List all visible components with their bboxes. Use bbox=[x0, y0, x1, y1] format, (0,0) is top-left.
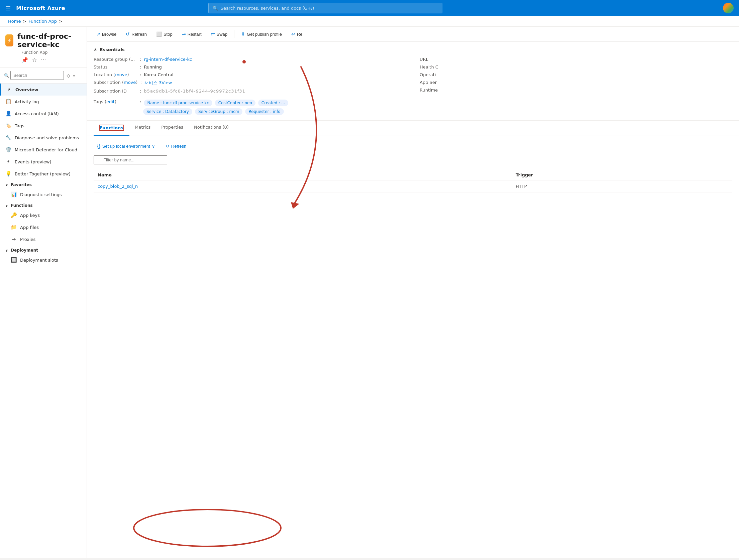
essentials-chevron-up: ∧ bbox=[94, 47, 97, 52]
status-value: Running bbox=[144, 64, 162, 69]
sidebar-item-app-keys[interactable]: 🔑 App keys bbox=[0, 209, 87, 221]
resource-group-label: Resource group (... bbox=[94, 57, 137, 62]
sidebar-item-defender[interactable]: 🛡️ Microsoft Defender for Cloud bbox=[0, 144, 87, 156]
pin-icon[interactable]: 📌 bbox=[21, 57, 28, 63]
sidebar-item-deployment-slots[interactable]: 🔲 Deployment slots bbox=[0, 254, 87, 266]
tag-cost-center: CostCenter : neo bbox=[215, 100, 255, 106]
sidebar-collapse-icon[interactable]: « bbox=[73, 73, 76, 78]
function-trigger-cell: HTTP bbox=[512, 180, 732, 192]
top-nav: ☰ Microsoft Azure 🔍 Search resources, se… bbox=[0, 0, 739, 16]
sidebar-item-app-files[interactable]: 📁 App files bbox=[0, 221, 87, 233]
table-header-row: Name Trigger bbox=[94, 170, 732, 180]
sidebar-item-tags[interactable]: 🏷️ Tags bbox=[0, 120, 87, 132]
sidebar-item-activity-log[interactable]: 📋 Activity log bbox=[0, 96, 87, 108]
stop-icon: ⬜ bbox=[156, 31, 162, 37]
global-search[interactable]: 🔍 Search resources, services, and docs (… bbox=[208, 3, 442, 13]
re-label: Re bbox=[297, 32, 303, 37]
overview-icon: ⚡ bbox=[6, 87, 12, 93]
tab-metrics[interactable]: Metrics bbox=[129, 121, 156, 136]
status-row: Status : Running bbox=[94, 64, 406, 69]
sidebar-filter-icon[interactable]: ◇ bbox=[67, 73, 70, 78]
subscription-id-value: b5ac9db1-5fc8-1bf4-9244-9c9972c31f31 bbox=[144, 89, 245, 94]
functions-toolbar: {} Set up local environment ∨ ↺ Refresh bbox=[94, 141, 732, 151]
sidebar-search-icon: 🔍 bbox=[4, 73, 9, 78]
refresh-button[interactable]: ↺ Refresh bbox=[122, 29, 151, 39]
location-value: Korea Central bbox=[144, 72, 173, 77]
more-icon[interactable]: ··· bbox=[41, 57, 46, 63]
functions-table: Name Trigger copy_blob_2_sql_n HTTP bbox=[94, 170, 732, 192]
runtime-label: Runtime bbox=[420, 88, 463, 93]
functions-chevron: ∨ bbox=[5, 204, 8, 207]
location-move-link[interactable]: move bbox=[115, 72, 127, 77]
restart-button[interactable]: ⇌ Restart bbox=[178, 29, 206, 39]
swap-button[interactable]: ⇄ Swap bbox=[207, 29, 232, 39]
favorites-section-header[interactable]: ∨ Favorites bbox=[0, 180, 87, 188]
deployment-section-label: Deployment bbox=[11, 248, 38, 253]
get-publish-profile-button[interactable]: ⬇ Get publish profile bbox=[237, 29, 286, 39]
tab-functions[interactable]: Functions bbox=[94, 121, 129, 136]
diagnostic-settings-icon: 📊 bbox=[11, 191, 17, 197]
breadcrumb-function-app[interactable]: Function App bbox=[28, 19, 57, 24]
sidebar-item-events[interactable]: ⚡ Events (preview) bbox=[0, 156, 87, 168]
sidebar-item-proxies[interactable]: → Proxies bbox=[0, 233, 87, 245]
app-service-row: App Ser bbox=[420, 80, 732, 85]
favorites-chevron: ∨ bbox=[5, 183, 8, 187]
sidebar-search-input[interactable] bbox=[10, 71, 64, 80]
swap-icon: ⇄ bbox=[211, 31, 215, 37]
sidebar-item-diagnose[interactable]: 🔧 Diagnose and solve problems bbox=[0, 132, 87, 144]
filter-by-name-input[interactable] bbox=[94, 155, 167, 164]
name-column-header: Name bbox=[94, 170, 512, 180]
sidebar-item-diagnostic-settings[interactable]: 📊 Diagnostic settings bbox=[0, 188, 87, 200]
sidebar-item-label: Diagnostic settings bbox=[20, 192, 62, 197]
setup-local-env-button[interactable]: {} Set up local environment ∨ bbox=[94, 141, 159, 151]
deployment-section-header[interactable]: ∨ Deployment bbox=[0, 245, 87, 254]
sidebar-item-access-control[interactable]: 👤 Access control (IAM) bbox=[0, 108, 87, 120]
sidebar-item-label: Proxies bbox=[20, 237, 35, 242]
essentials-section: ∧ Essentials Resource group (... : rg-in… bbox=[87, 42, 739, 121]
metrics-tab-label: Metrics bbox=[135, 125, 150, 130]
functions-refresh-icon: ↺ bbox=[166, 144, 170, 149]
function-name-cell: copy_blob_2_sql_n bbox=[94, 180, 512, 192]
breadcrumb-home[interactable]: Home bbox=[8, 19, 21, 24]
sidebar-search-bar: 🔍 ◇ « bbox=[0, 67, 87, 84]
tags-edit-link[interactable]: edit bbox=[106, 99, 115, 104]
functions-refresh-button[interactable]: ↺ Refresh bbox=[163, 142, 190, 150]
sidebar: ⚡ func-df-proc-service-kc Function App 📌… bbox=[0, 27, 87, 558]
tab-notifications[interactable]: Notifications (0) bbox=[189, 121, 234, 136]
functions-section-header[interactable]: ∨ Functions bbox=[0, 200, 87, 209]
tag-requester: Requester : info bbox=[245, 108, 284, 115]
location-row: Location (move) : Korea Central bbox=[94, 72, 406, 77]
publish-profile-label: Get publish profile bbox=[247, 32, 282, 37]
restart-icon: ⇌ bbox=[182, 31, 186, 37]
sidebar-item-overview[interactable]: ⚡ Overview bbox=[0, 84, 87, 96]
hamburger-menu[interactable]: ☰ bbox=[5, 5, 11, 12]
operating-row: Operati bbox=[420, 72, 732, 77]
tags-icon: 🏷️ bbox=[5, 123, 11, 129]
star-icon[interactable]: ☆ bbox=[32, 57, 37, 63]
stop-button[interactable]: ⬜ Stop bbox=[152, 29, 177, 39]
sidebar-item-label: App files bbox=[20, 225, 39, 230]
setup-chevron-down: ∨ bbox=[152, 144, 155, 149]
tags-label: Tags (edit) bbox=[94, 99, 137, 104]
subscription-value[interactable]: 서비스 3View bbox=[144, 80, 172, 86]
breadcrumb-sep2: > bbox=[59, 19, 63, 24]
essentials-header[interactable]: ∧ Essentials bbox=[94, 47, 732, 52]
resource-group-value[interactable]: rg-intern-df-service-kc bbox=[144, 57, 192, 62]
user-avatar[interactable] bbox=[723, 3, 734, 13]
operating-label: Operati bbox=[420, 72, 463, 77]
subscription-move-link[interactable]: move bbox=[124, 80, 136, 85]
function-name-link[interactable]: copy_blob_2_sql_n bbox=[98, 184, 138, 189]
properties-tab-label: Properties bbox=[161, 125, 183, 130]
functions-panel: {} Set up local environment ∨ ↺ Refresh … bbox=[87, 136, 739, 198]
re-button[interactable]: ↩ Re bbox=[287, 29, 307, 39]
breadcrumb-sep1: > bbox=[23, 19, 26, 24]
sidebar-item-better-together[interactable]: 💡 Better Together (preview) bbox=[0, 168, 87, 180]
essentials-title: Essentials bbox=[100, 47, 125, 52]
deployment-chevron: ∨ bbox=[5, 249, 8, 252]
tags-row: Tags (edit) : Name : func-df-proc-servic… bbox=[94, 97, 732, 106]
stop-label: Stop bbox=[164, 32, 173, 37]
functions-tab-highlight: Functions bbox=[99, 125, 124, 131]
toolbar: ↗ Browse ↺ Refresh ⬜ Stop ⇌ Restart ⇄ Sw… bbox=[87, 27, 739, 42]
tab-properties[interactable]: Properties bbox=[156, 121, 189, 136]
browse-button[interactable]: ↗ Browse bbox=[92, 29, 120, 39]
